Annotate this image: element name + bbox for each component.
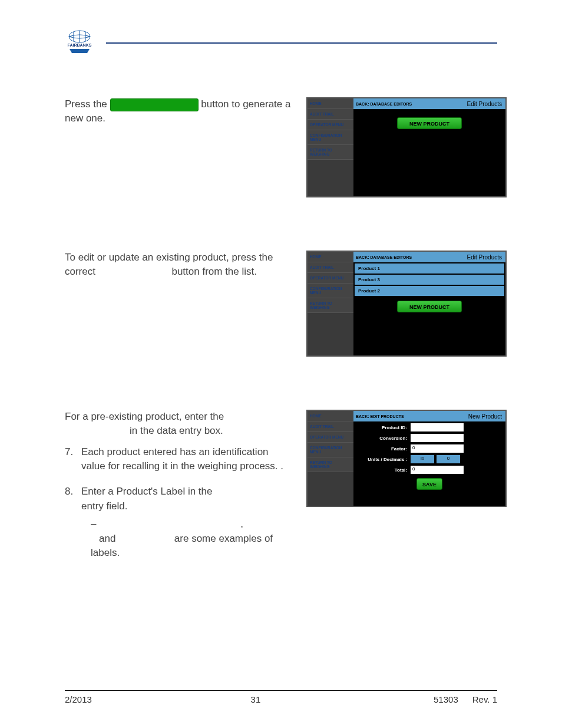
section-edit-existing: To edit or update an existing product, p… [65, 251, 497, 357]
ss-side-operator[interactable]: OPERATOR MENU [308, 273, 353, 284]
product-row[interactable]: Product 3 [355, 275, 504, 285]
footer-page: 31 [251, 694, 261, 704]
ss-side-audit[interactable]: AUDIT TRAIL [308, 109, 353, 120]
ss-side-operator[interactable]: OPERATOR MENU [308, 432, 353, 443]
ss-side-config[interactable]: CONFIGURATION MENU [308, 130, 353, 145]
ss-page-title: Edit Products [467, 254, 505, 261]
input-decimals[interactable]: 0 [437, 455, 460, 463]
screenshot-edit-products-empty: HOME AUDIT TRAIL OPERATOR MENU CONFIGURA… [306, 97, 507, 197]
footer-rev: Rev. 1 [472, 694, 497, 704]
save-button[interactable]: SAVE [416, 478, 442, 490]
list-item-8: 8. Enter a Product's Label in the entry … [65, 485, 295, 561]
input-units[interactable]: lb [411, 455, 434, 463]
ss-back-button[interactable]: BACK: DATABASE EDITORS [353, 255, 467, 259]
ss-side-config[interactable]: CONFIGURATION MENU [308, 443, 353, 457]
ss-side-home[interactable]: HOME [308, 252, 353, 262]
screenshot-new-product-form: HOME AUDIT TRAIL OPERATOR MENU CONFIGURA… [306, 410, 507, 507]
green-button-placeholder [110, 98, 199, 111]
ss-side-return[interactable]: RETURN TO WEIGHING [308, 457, 353, 472]
section3-text: For a pre-existing product, enter the in… [65, 410, 295, 571]
ss-side-audit[interactable]: AUDIT TRAIL [308, 421, 353, 432]
label-units: Units / Decimals : [355, 457, 411, 462]
input-total[interactable]: 0 [411, 466, 464, 474]
new-product-button[interactable]: NEW PRODUCT [397, 117, 462, 129]
new-product-button[interactable]: NEW PRODUCT [397, 301, 462, 312]
ss-side-home[interactable]: HOME [308, 98, 353, 109]
section-new-product: Press the button to generate a new one. … [65, 97, 497, 197]
label-factor: Factor: [355, 446, 411, 452]
label-total: Total: [355, 467, 411, 473]
ss-side-home[interactable]: HOME [308, 411, 353, 421]
label-conversion: Conversion: [355, 436, 411, 441]
ss-page-title: New Product [468, 413, 505, 420]
label-product-id: Product ID: [355, 425, 411, 430]
ss-side-return[interactable]: RETURN TO WEIGHING [308, 298, 353, 313]
product-row[interactable]: Product 2 [355, 286, 504, 296]
section-product-form: For a pre-existing product, enter the in… [65, 410, 497, 571]
list-item-7: 7. Each product entered has an identific… [65, 445, 295, 474]
footer-docnum: 51303 [434, 694, 458, 704]
section2-text: To edit or update an existing product, p… [65, 251, 295, 279]
header-rule [106, 42, 497, 44]
ss-side-return[interactable]: RETURN TO WEIGHING [308, 145, 353, 160]
input-conversion[interactable] [411, 434, 464, 442]
ss-side-config[interactable]: CONFIGURATION MENU [308, 284, 353, 298]
input-factor[interactable]: 0 [411, 444, 464, 453]
section1-text: Press the button to generate a new one. [65, 97, 295, 126]
ss-side-operator[interactable]: OPERATOR MENU [308, 120, 353, 130]
ss-back-button[interactable]: BACK: EDIT PRODUCTS [353, 414, 468, 419]
product-row[interactable]: Product 1 [355, 263, 504, 274]
input-product-id[interactable] [411, 423, 464, 431]
ss-back-button[interactable]: BACK: DATABASE EDITORS [353, 102, 467, 106]
ss-sidebar: HOME AUDIT TRAIL OPERATOR MENU CONFIGURA… [308, 252, 353, 355]
footer-date: 2/2013 [65, 694, 92, 704]
screenshot-edit-products-list: HOME AUDIT TRAIL OPERATOR MENU CONFIGURA… [306, 251, 507, 357]
ss-sidebar: HOME AUDIT TRAIL OPERATOR MENU CONFIGURA… [308, 98, 353, 196]
fairbanks-logo: FAIRBANKS [65, 29, 94, 56]
ss-page-title: Edit Products [467, 101, 505, 107]
page-footer: 2/2013 31 51303Rev. 1 [65, 690, 497, 704]
page-header: FAIRBANKS [65, 29, 497, 56]
ss-sidebar: HOME AUDIT TRAIL OPERATOR MENU CONFIGURA… [308, 411, 353, 506]
ss-side-audit[interactable]: AUDIT TRAIL [308, 262, 353, 273]
svg-text:FAIRBANKS: FAIRBANKS [68, 43, 92, 47]
